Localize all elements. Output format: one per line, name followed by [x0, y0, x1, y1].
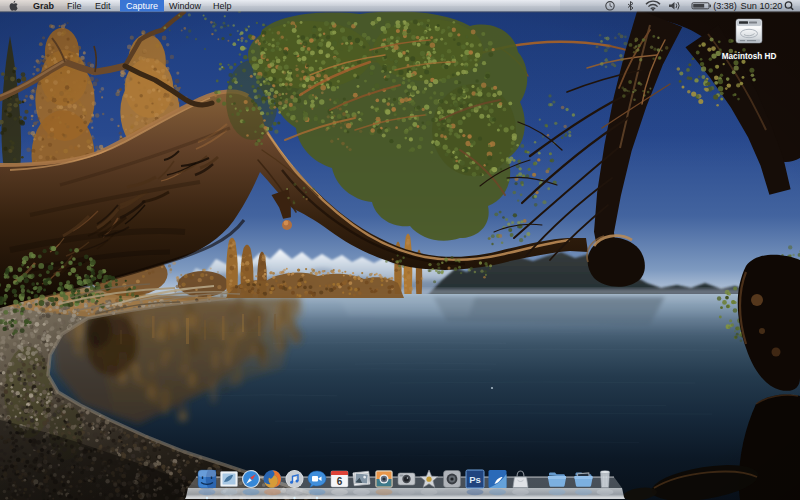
- svg-text:(3:38): (3:38): [713, 1, 737, 11]
- svg-text:Help: Help: [213, 1, 232, 11]
- svg-text:Ps: Ps: [469, 474, 481, 485]
- svg-text:Grab: Grab: [33, 1, 55, 11]
- svg-text:Edit: Edit: [95, 1, 111, 11]
- svg-text:Sun 10:20: Sun 10:20: [741, 1, 783, 11]
- svg-text:File: File: [67, 1, 82, 11]
- svg-text:Macintosh HD: Macintosh HD: [722, 52, 777, 61]
- svg-text:Capture: Capture: [126, 1, 158, 11]
- svg-text:Window: Window: [169, 1, 202, 11]
- svg-text:6: 6: [337, 476, 343, 487]
